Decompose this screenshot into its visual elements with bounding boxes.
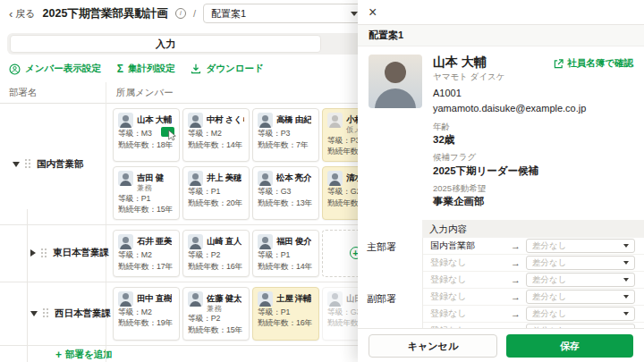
plan-select-value: 配置案1: [211, 7, 246, 21]
form-section-header: 入力内容: [422, 220, 644, 238]
employee-photo: [369, 55, 422, 108]
member-grade: 等級：G3: [258, 186, 314, 198]
member-years: 勤続年数：18年: [118, 139, 174, 151]
diff-select[interactable]: 差分なし: [526, 307, 635, 321]
form-rows: 国内営業部 → 差分なし 登録なし → 差分なし 登録なし → 差分なし 登録な…: [422, 238, 644, 340]
aggregate-label: 集計列設定: [128, 63, 175, 75]
avatar: [118, 291, 133, 307]
avatar: [188, 291, 203, 307]
member-subrole: 兼務: [207, 305, 242, 313]
member-years: 勤続年数：15年: [118, 204, 174, 215]
chevron-down-icon: [623, 312, 629, 316]
member-card[interactable]: 松本 亮介 等級：G3 勤続年数：13年: [252, 166, 319, 220]
member-card[interactable]: 中村 さくら 等級：M2 勤続年数：14年: [182, 108, 250, 162]
avatar: [327, 171, 343, 186]
member-card[interactable]: 佐藤 健太 兼務 等級：P2 勤続年数：15年: [182, 287, 250, 341]
arrow-right-icon: →: [511, 240, 521, 251]
expand-caret-icon[interactable]: [30, 311, 38, 316]
member-years: 勤続年数：20年: [188, 198, 244, 209]
member-name: 高橋 由紀: [276, 113, 311, 126]
download-button[interactable]: ダウンロード: [191, 63, 263, 75]
back-button[interactable]: ‹ 戻る: [9, 7, 36, 21]
back-label: 戻る: [15, 7, 35, 21]
member-years: 勤続年数：19年: [118, 317, 174, 329]
page-title: 2025下期営業部異動計画: [43, 6, 168, 21]
member-card[interactable]: 石井 亜美 等級：M2 勤続年数：17年: [113, 230, 180, 277]
profile-field: 年齢 32歳: [433, 122, 633, 147]
download-icon: [191, 63, 201, 74]
panel-footer: キャンセル 保存: [358, 328, 644, 362]
member-years: 勤続年数：16年: [188, 261, 244, 273]
form-row: 国内営業部 → 差分なし: [423, 238, 644, 255]
avatar: [258, 113, 273, 128]
member-name: 土屋 洋輔: [276, 291, 311, 305]
tab-input[interactable]: 入力: [10, 35, 321, 53]
member-cards: 山本 大輔 等級：M3 勤続年数：18年 中村 さくら 等級：M2 勤続年数：1…: [106, 104, 395, 224]
avatar: [258, 291, 273, 307]
col-members: 所属メンバー: [116, 87, 174, 99]
member-display-settings-button[interactable]: メンバー表示設定: [9, 63, 101, 75]
member-card[interactable]: 吉田 健 兼務 等級：P1 勤続年数：15年: [113, 166, 180, 220]
chevron-down-icon: [623, 261, 629, 265]
current-value: 登録なし: [430, 290, 505, 303]
close-icon[interactable]: ×: [369, 5, 377, 20]
diff-select[interactable]: 差分なし: [526, 256, 635, 270]
profile-field-value: 2025下期リーダー候補: [433, 164, 633, 178]
department-cell: 国内営業部: [0, 104, 106, 224]
profile-field-label: 2025移動希望: [433, 183, 633, 194]
member-years: 勤続年数：14年: [258, 261, 314, 273]
chevron-down-icon: [623, 278, 629, 282]
employee-fields: 年齢 32歳 候補フラグ 2025下期リーダー候補 2025移動希望 事業企画部: [433, 122, 633, 208]
plan-select[interactable]: 配置案1: [203, 4, 366, 23]
member-card[interactable]: 福田 俊介 等級：P1 勤続年数：14年: [252, 230, 319, 277]
chevron-down-icon: [351, 12, 358, 16]
avatar: [258, 171, 273, 186]
save-button[interactable]: 保存: [506, 334, 633, 358]
profile-field: 2025移動希望 事業企画部: [433, 183, 633, 208]
member-name: 石井 亜美: [137, 234, 172, 248]
member-name: 田中 直樹: [137, 291, 172, 305]
input-form: 入力内容 主部署 副部署 国内営業部 → 差分なし 登録なし → 差分なし 登録…: [358, 220, 644, 340]
aggregate-column-settings-button[interactable]: Σ 集計列設定: [117, 63, 175, 75]
member-name: 福田 俊介: [276, 234, 311, 248]
avatar: [327, 291, 343, 307]
chevron-left-icon: ‹: [9, 8, 13, 20]
roster-link[interactable]: 社員名簿で確認: [554, 57, 633, 70]
member-name: 松本 亮介: [276, 171, 311, 184]
group-label-sub-department: 副部署: [367, 292, 396, 306]
add-department-button[interactable]: + 部署を追加: [55, 349, 113, 361]
member-years: 勤続年数：14年: [188, 139, 244, 151]
arrow-right-icon: →: [511, 274, 521, 285]
member-card[interactable]: 井上 美穂 等級：P1 勤続年数：20年: [182, 166, 250, 220]
member-grade: 等級：P1: [258, 307, 314, 318]
drag-handle-icon[interactable]: [43, 308, 49, 318]
member-grade: 等級：P1: [188, 186, 244, 198]
drag-handle-icon[interactable]: [25, 159, 31, 169]
cancel-button[interactable]: キャンセル: [369, 334, 497, 358]
member-name: 中村 さくら: [207, 113, 244, 126]
expand-caret-icon[interactable]: [30, 249, 36, 257]
profile-field-label: 候補フラグ: [433, 152, 633, 163]
member-card[interactable]: 土屋 洋輔 等級：P1 勤続年数：16年: [252, 287, 319, 341]
chevron-down-icon: [623, 244, 629, 248]
member-card[interactable]: 山本 大輔 等級：M3 勤続年数：18年: [113, 108, 180, 162]
current-value: 登録なし: [430, 257, 505, 269]
member-grade: 等級：M2: [118, 249, 174, 261]
member-card[interactable]: 山崎 直人 等級：P2 勤続年数：16年: [182, 230, 250, 277]
avatar: [188, 171, 203, 186]
member-card[interactable]: 高橋 由紀 等級：P3 勤続年数：7年: [252, 108, 319, 162]
member-name: 佐藤 健太: [207, 291, 242, 305]
department-cell: 東日本営業課: [0, 225, 106, 282]
detail-panel: × 配置案1 山本 大輔 ヤマモト ダイスケ A1001 yamamoto.da…: [358, 0, 644, 362]
diff-select[interactable]: 差分なし: [526, 273, 635, 287]
arrow-right-icon: →: [511, 291, 521, 302]
expand-caret-icon[interactable]: [13, 162, 20, 167]
member-card[interactable]: 田中 直樹 等級：M2 勤続年数：19年: [113, 287, 180, 341]
panel-plan-label: 配置案1: [358, 25, 644, 46]
diff-select[interactable]: 差分なし: [526, 290, 635, 304]
info-icon[interactable]: i: [175, 8, 186, 19]
diff-select[interactable]: 差分なし: [526, 239, 635, 253]
person-circle-icon: [9, 63, 21, 75]
arrow-right-icon: →: [511, 257, 521, 268]
drag-handle-icon[interactable]: [41, 248, 47, 258]
